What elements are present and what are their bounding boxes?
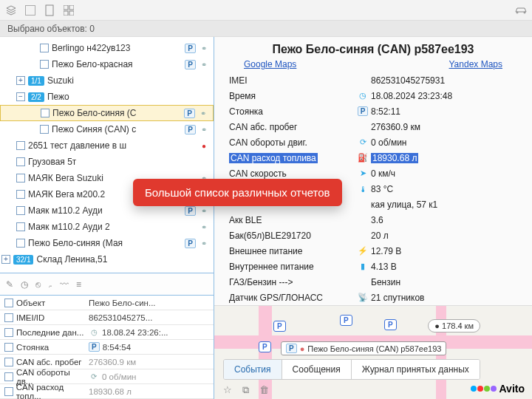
star-icon[interactable]: ☆ — [223, 384, 232, 396]
detail-value: кая улица, 57 к1 — [371, 200, 517, 210]
vehicle-detail-row: ГАЗ/Бензин --->Бензин — [229, 274, 517, 290]
detail-label: Акк BLE — [229, 215, 355, 225]
vehicle-detail-row: IMEI862531045275931 — [229, 72, 517, 88]
detail-value: 18930.68 л — [371, 153, 517, 163]
svg-rect-4 — [69, 11, 74, 16]
tree-row[interactable]: Пежо Синяя (CAN) сP⚭ — [0, 121, 214, 137]
checkbox[interactable] — [16, 239, 25, 248]
checkbox[interactable] — [16, 206, 25, 215]
google-maps-link[interactable]: Google Maps — [244, 59, 296, 69]
pencil-icon[interactable]: ✎ — [6, 279, 13, 290]
checkbox[interactable] — [41, 109, 50, 117]
right-panel: Пежо Бело-синяя (CAN) р587ее193 Google M… — [214, 37, 532, 399]
callout-banner: Большой список различных отчетов — [133, 179, 342, 206]
detail-label: Датчик GPS/ГЛОНАСС — [229, 293, 355, 303]
detail-value: 862531045275... — [89, 313, 152, 322]
checkbox[interactable] — [16, 222, 25, 231]
distance-label: ● 178.4 км — [428, 319, 480, 332]
doc-icon[interactable] — [43, 4, 56, 17]
detail-value: 3.6 — [371, 215, 517, 225]
checkbox[interactable] — [4, 343, 13, 352]
checkbox[interactable] — [4, 387, 13, 396]
tree-label: Пежо Синяя (CAN) с — [52, 124, 182, 134]
map-p-marker[interactable]: P — [340, 315, 352, 326]
tree-row[interactable]: Пежо Бело-синяя (СP⚭ — [0, 105, 214, 121]
count-badge: 2/2 — [28, 92, 44, 102]
copy-icon[interactable]: ⧉ — [242, 384, 249, 396]
checkbox[interactable] — [16, 141, 25, 150]
checkbox[interactable] — [4, 328, 13, 337]
tree-row[interactable]: Пежо Бело-синяя (МаяP⚭ — [0, 235, 214, 251]
detail-value: 20 л — [371, 231, 517, 241]
wave-icon[interactable]: 〰 — [60, 279, 69, 290]
checkbox[interactable] — [4, 313, 13, 322]
checkbox[interactable] — [4, 358, 13, 366]
tree-row[interactable]: +1/1Suzuki — [0, 72, 214, 89]
detail-value: 862531045275931 — [371, 75, 517, 86]
tab-2[interactable]: Журнал принятых данных — [352, 360, 480, 379]
parking-badge: P — [185, 60, 196, 69]
checkbox[interactable] — [16, 190, 25, 199]
checkbox[interactable] — [40, 125, 49, 134]
checkbox[interactable] — [40, 60, 49, 69]
tree-row[interactable]: Пежо Бело-краснаяP⚭ — [0, 56, 214, 72]
tree-row[interactable]: −2/2Пежо — [0, 89, 214, 105]
parking-badge: P — [185, 239, 196, 248]
clock-icon: ◷ — [355, 91, 371, 100]
detail-label: CAN скорость — [229, 168, 355, 179]
tree-row[interactable]: Грузовая 5т — [0, 154, 214, 170]
vehicle-detail-row: Время◷18.08.2024 23:23:48 — [229, 88, 517, 103]
trash-icon[interactable]: 🗑 — [259, 384, 269, 396]
map-p-marker[interactable]: P — [384, 319, 397, 330]
detail-value: 0 об/мин — [102, 372, 136, 381]
checkbox[interactable] — [16, 157, 25, 166]
map-area[interactable]: P P P P P ● 178.4 км P● Пежо Бело-синяя … — [214, 305, 532, 399]
tree-row[interactable]: Berlingo н422ув123P⚭ — [0, 40, 214, 56]
detail-label: Внешнее питание — [229, 246, 355, 256]
tree-label: Грузовая 5т — [28, 157, 209, 167]
checkbox[interactable] — [16, 174, 25, 183]
square-icon[interactable] — [24, 4, 37, 17]
checkbox[interactable] — [4, 299, 13, 307]
checkbox[interactable] — [4, 372, 13, 381]
fuel-icon: ⛽ — [355, 153, 371, 163]
tree-label: Пежо — [47, 92, 209, 102]
vehicle-detail-row: СтоянкаP8:52:11 — [229, 103, 517, 119]
link-icon: ⚭ — [199, 59, 209, 69]
expand-icon[interactable]: − — [16, 92, 25, 101]
yandex-maps-link[interactable]: Yandex Maps — [449, 59, 503, 69]
tree-label: Пежо Бело-красная — [52, 59, 182, 69]
share-icon[interactable]: ⎋ — [35, 279, 41, 290]
detail-value: 18.08.24 23:26:... — [102, 328, 168, 337]
tab-1[interactable]: Сообщения — [282, 360, 352, 379]
tree-row[interactable]: Маяк м110.2 Ауди 2⚭ — [0, 219, 214, 235]
car-icon[interactable] — [514, 4, 528, 17]
detail-label: Последние дан... — [16, 328, 83, 337]
map-vehicle-label[interactable]: P● Пежо Бело-синяя (CAN) р587ее193 — [281, 341, 446, 355]
top-toolbar — [0, 0, 532, 21]
detail-row: ОбъектПежо Бело-син... — [0, 296, 214, 310]
expand-icon[interactable]: + — [16, 76, 25, 85]
detail-label: CAN абс. пробег — [229, 122, 355, 132]
link-icon: ⚭ — [199, 43, 209, 53]
detail-label: CAN обороты двиг. — [229, 137, 355, 148]
clock-icon[interactable]: ◷ — [21, 279, 28, 290]
tree-row[interactable]: 2651 тест давление в ш● — [0, 137, 214, 154]
detail-label: CAN расход топл... — [16, 383, 89, 400]
detail-value: 8:54:54 — [103, 343, 131, 352]
svg-rect-3 — [64, 11, 68, 16]
layers-icon[interactable] — [4, 4, 18, 17]
grid-icon[interactable] — [62, 4, 75, 17]
expand-icon[interactable]: + — [1, 255, 10, 264]
count-badge: 1/1 — [28, 76, 44, 86]
detail-value: Бензин — [371, 277, 517, 287]
chart-icon[interactable]: ⦧ — [48, 279, 52, 290]
bars-icon[interactable]: ≡ — [76, 279, 81, 290]
count-badge: 32/1 — [13, 255, 33, 265]
map-p-marker[interactable]: P — [259, 341, 271, 352]
tree-row[interactable]: +32/1Склад Ленина,51 — [0, 251, 214, 267]
map-p-marker[interactable]: P — [273, 321, 286, 332]
checkbox[interactable] — [40, 44, 49, 52]
tree-label: 2651 тест давление в ш — [28, 140, 196, 151]
tab-0[interactable]: События — [224, 360, 282, 379]
